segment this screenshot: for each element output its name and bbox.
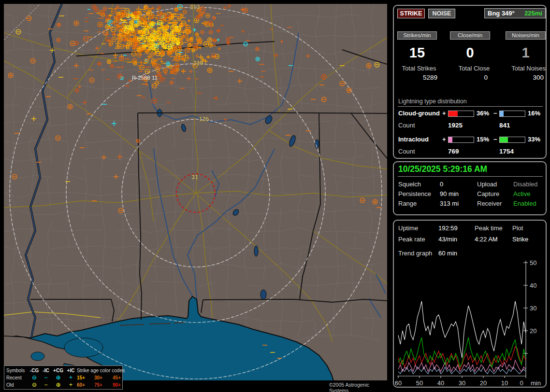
age-75: 75+ [94, 381, 113, 389]
upload-label: Upload [477, 181, 513, 190]
cg-plus-pct: 36% [477, 110, 489, 117]
trend-window-value: 60 min [438, 250, 457, 257]
ic-plus-pct: 15% [477, 136, 489, 143]
close-per-min-value: 0 [450, 44, 490, 61]
cg-plus-sign: + [442, 110, 446, 117]
legend-symbols-title: Symbols [6, 367, 29, 374]
svg-text:30: 30 [530, 305, 536, 312]
cg-plus-count: 1925 [448, 122, 463, 129]
noise-toggle-button[interactable]: NOISE [428, 9, 455, 18]
trend-graph-label: Trend graph [398, 250, 432, 257]
recent-pos-cg-icon: ⊕ [52, 374, 65, 381]
close-per-min-chip: Close/min [450, 31, 490, 40]
datetime-divider [398, 176, 543, 177]
svg-text:313: 313 [190, 4, 200, 11]
lake-west [31, 352, 44, 361]
svg-text:30: 30 [459, 379, 465, 387]
strike-counters-panel: STRIKE NOISE Bng 349° 225mi Strikes/min … [393, 5, 547, 159]
recent-neg-ic-icon: − [40, 374, 52, 381]
total-strikes-label: Total Strikes [397, 65, 441, 72]
cg-plus-bar [448, 111, 474, 117]
trend-graph: 504030206050403020100min [394, 258, 546, 387]
cg-minus-bar [499, 111, 525, 117]
ic-minus-sign: − [493, 136, 497, 143]
persistence-label: Persistence [398, 190, 440, 200]
receiver-label: Receiver [477, 200, 513, 210]
upload-status: Disabled [513, 181, 538, 190]
ic-minus-bar [499, 137, 525, 143]
svg-text:125: 125 [199, 116, 209, 123]
age-45: 45+ [113, 374, 130, 381]
age-90: 90+ [113, 381, 130, 389]
age-15: 15+ [77, 374, 94, 381]
intracloud-label: Intracloud [398, 136, 429, 143]
recent-pos-ic-icon: + [65, 374, 77, 381]
legend-old-label: Old [6, 381, 29, 389]
svg-text:10: 10 [501, 379, 508, 387]
bearing-readout: Bng 349° 225mi [484, 8, 546, 18]
strike-toggle-button[interactable]: STRIKE [397, 9, 425, 18]
total-noises-label: Total Noises [497, 65, 546, 72]
ic-minus-pct: 33% [528, 136, 540, 143]
squelch-label: Squelch [398, 181, 440, 190]
svg-text:219: 219 [193, 60, 203, 67]
old-pos-cg-icon: ⊕ [52, 381, 65, 389]
persistence-value: 90 min [440, 190, 477, 200]
lightning-map: 31321912531 R-2588 11 [4, 4, 387, 380]
noises-per-min-value: 1 [506, 44, 546, 61]
cloud-ground-label: Cloud-ground [398, 110, 440, 117]
distribution-divider [398, 106, 543, 107]
map-canvas: 31321912531 R-2588 11 [4, 4, 387, 380]
cg-minus-pct: 16% [528, 110, 540, 117]
status-panel: 10/25/2025 5:29:16 AM Squelch 0 Upload D… [393, 161, 547, 215]
ic-plus-count: 769 [448, 148, 459, 155]
legend-header-neg-cg: -CG [29, 367, 40, 374]
range-value: 313 mi [440, 200, 477, 210]
symbol-legend: Symbols -CG -IC +CG +IC Strike age color… [4, 365, 123, 390]
ic-count-label: Count [398, 148, 415, 155]
svg-text:50: 50 [530, 259, 536, 266]
ic-plus-sign: + [442, 136, 446, 143]
svg-text:60: 60 [395, 379, 402, 387]
svg-text:31: 31 [191, 174, 198, 181]
age-60: 60+ [77, 381, 94, 389]
nexstorm-window: 31321912531 R-2588 11 ©2005 Astrogenic S… [0, 0, 550, 392]
noises-per-min-chip: Noises/min [506, 31, 546, 40]
old-pos-ic-icon: + [65, 381, 77, 389]
svg-text:20: 20 [530, 327, 536, 335]
bearing-value: Bng 349° [488, 10, 515, 17]
uptime-label: Uptime [398, 224, 438, 236]
distribution-title: Lightning type distribution [398, 98, 467, 105]
receiver-status: Enabled [513, 200, 538, 210]
peak-rate-label: Peak rate [398, 236, 438, 247]
svg-text:40: 40 [530, 282, 536, 289]
ic-plus-bar [448, 137, 474, 143]
old-neg-ic-icon: − [40, 381, 52, 389]
trend-panel: Uptime 192:59 Peak time Plot Peak rate 4… [393, 220, 547, 388]
plot-label: Plot [512, 224, 528, 236]
bearing-distance: 225mi [524, 10, 542, 17]
squelch-value: 0 [440, 181, 477, 190]
range-label: Range [398, 200, 440, 210]
copyright-text: ©2005 Astrogenic Systems [329, 382, 387, 392]
total-noises-value: 300 [504, 74, 544, 81]
lake-pontchartrain [64, 338, 103, 357]
peak-rate-value: 43/min [438, 236, 475, 247]
legend-recent-label: Recent [6, 374, 29, 381]
peak-time-label: Peak time [475, 224, 512, 236]
svg-text:0: 0 [520, 379, 523, 387]
capture-label: Capture [477, 190, 513, 200]
age-30: 30+ [94, 374, 113, 381]
total-close-label: Total Close [450, 65, 498, 72]
svg-text:40: 40 [437, 379, 444, 387]
recent-neg-cg-icon: ⊖ [29, 374, 40, 381]
svg-text:50: 50 [416, 379, 423, 387]
plot-mode-value: Strike [512, 236, 528, 247]
cg-minus-sign: − [493, 110, 497, 117]
svg-text:20: 20 [480, 379, 487, 387]
cg-count-label: Count [398, 122, 415, 129]
strikes-per-min-value: 15 [397, 44, 437, 61]
legend-header-neg-ic: -IC [40, 367, 52, 374]
legend-header-pos-ic: +IC [65, 367, 77, 374]
uptime-value: 192:59 [438, 224, 475, 236]
